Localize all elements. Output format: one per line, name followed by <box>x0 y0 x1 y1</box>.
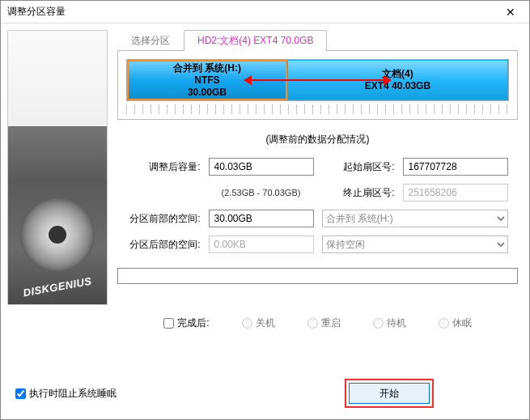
progress-bar <box>117 268 518 284</box>
tab-choose-partition[interactable]: 选择分区 <box>117 30 184 51</box>
window-title: 调整分区容量 <box>7 5 498 19</box>
radio-standby[interactable]: 待机 <box>373 316 406 330</box>
prevent-sleep-input[interactable] <box>15 388 26 399</box>
back-space-input <box>209 235 314 253</box>
size-range-hint: (2.53GB - 70.03GB) <box>209 188 314 197</box>
start-button[interactable]: 开始 <box>349 383 430 404</box>
after-complete-check-input[interactable] <box>163 318 174 329</box>
footer: 执行时阻止系统睡眠 开始 <box>1 379 529 408</box>
radio-reboot[interactable]: 重启 <box>307 316 341 330</box>
start-sector-label: 起始扇区号: <box>322 160 395 174</box>
resize-arrow-icon <box>245 79 390 81</box>
tab-selected-partition[interactable]: HD2:文档(4) EXT4 70.0GB <box>184 30 327 51</box>
front-space-select[interactable]: 合并到 系统(H:) <box>322 210 508 227</box>
start-sector-input[interactable] <box>403 158 508 176</box>
radio-hibernate[interactable]: 休眠 <box>439 316 472 330</box>
close-icon[interactable]: ✕ <box>498 3 523 21</box>
partition-diagram-group: 合并到 系统(H:) NTFS 30.00GB 文档(4) EXT4 40.03… <box>117 51 518 120</box>
front-space-input[interactable] <box>209 210 314 227</box>
brand-text: DISKGENIUS <box>22 275 92 299</box>
main-panel: 选择分区 HD2:文档(4) EXT4 70.0GB 合并到 系统(H:) NT… <box>114 23 529 419</box>
sidebar: DISKGENIUS <box>1 23 114 419</box>
diagram-caption: (调整前的数据分配情况) <box>117 133 518 146</box>
after-complete-checkbox[interactable]: 完成后: <box>163 316 209 330</box>
prevent-sleep-checkbox[interactable]: 执行时阻止系统睡眠 <box>15 387 117 401</box>
size-after-input[interactable] <box>209 158 314 176</box>
after-complete-label: 完成后: <box>177 316 209 330</box>
disk-illustration: DISKGENIUS <box>7 30 108 305</box>
resize-form: 调整后容量: 起始扇区号: (2.53GB - 70.03GB) 终止扇区号: … <box>117 158 518 253</box>
after-complete-row: 完成后: 关机 重启 待机 休眠 <box>117 316 518 330</box>
front-space-label: 分区前部的空间: <box>128 212 201 226</box>
merge-block-fs: NTFS <box>194 74 219 87</box>
target-block-size: EXT4 40.03GB <box>365 80 430 92</box>
radio-shutdown[interactable]: 关机 <box>242 316 275 330</box>
tabs: 选择分区 HD2:文档(4) EXT4 70.0GB <box>117 30 518 51</box>
prevent-sleep-label: 执行时阻止系统睡眠 <box>29 387 117 401</box>
partition-diagram[interactable]: 合并到 系统(H:) NTFS 30.00GB 文档(4) EXT4 40.03… <box>126 59 509 101</box>
diagram-ruler <box>126 104 509 114</box>
merge-block-size: 30.00GB <box>188 87 227 99</box>
back-space-select[interactable]: 保持空闲 <box>322 235 508 253</box>
end-sector-input <box>403 184 508 202</box>
back-space-label: 分区后部的空间: <box>128 238 201 252</box>
titlebar: 调整分区容量 ✕ <box>1 1 529 23</box>
size-after-label: 调整后容量: <box>128 160 201 174</box>
merge-block-title: 合并到 系统(H:) <box>173 62 241 74</box>
end-sector-label: 终止扇区号: <box>322 186 395 200</box>
start-button-highlight: 开始 <box>345 379 434 408</box>
